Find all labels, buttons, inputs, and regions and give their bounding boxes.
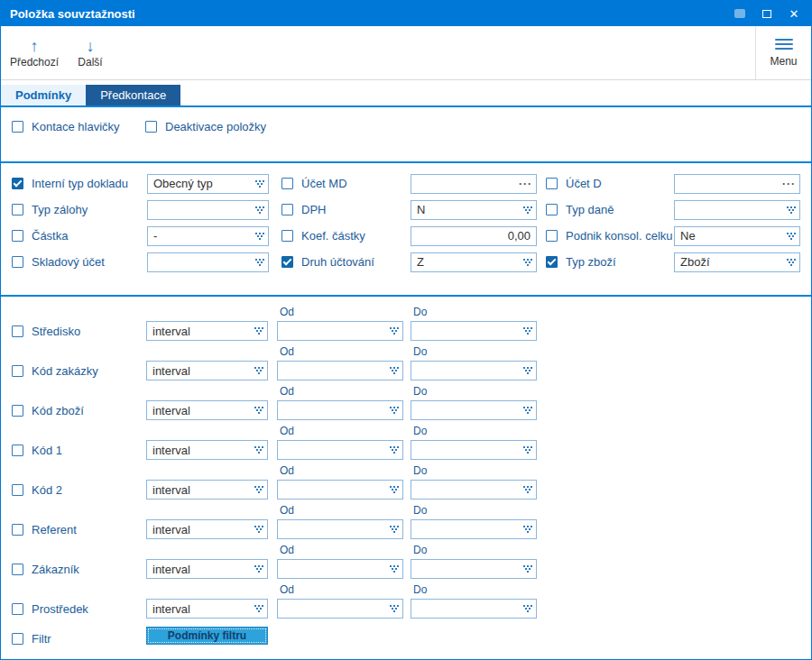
kod-1-do-combo[interactable] bbox=[411, 440, 537, 460]
range-row-kod-zbozi: Kód zboží interval Od Do bbox=[12, 381, 800, 421]
prostredek-checkbox[interactable] bbox=[12, 603, 23, 615]
combo-value: Ne bbox=[680, 229, 783, 243]
typ-dane-combo[interactable] bbox=[674, 200, 800, 220]
kod-zbozi-do-combo[interactable] bbox=[411, 400, 537, 420]
podnik-konsol-celku-combo[interactable]: Ne bbox=[674, 226, 800, 246]
prostredek-od-combo[interactable] bbox=[277, 599, 403, 619]
stredisko-interval-combo[interactable]: interval bbox=[146, 321, 268, 341]
kod-2-interval-combo[interactable]: interval bbox=[146, 480, 268, 500]
deaktivace-polozky-checkbox[interactable] bbox=[145, 121, 157, 133]
arrow-up-icon: ↑ bbox=[31, 38, 39, 54]
prostredek-interval-combo[interactable]: interval bbox=[146, 599, 268, 619]
ellipsis-icon[interactable]: ··· bbox=[782, 178, 796, 190]
ucet-md-checkbox[interactable] bbox=[281, 178, 293, 189]
kod-zakazky-od-combo[interactable] bbox=[277, 361, 403, 380]
dropdown-icon bbox=[523, 605, 532, 612]
stredisko-do-combo[interactable] bbox=[411, 321, 537, 341]
interni-typ-dokladu-checkbox[interactable] bbox=[12, 178, 23, 189]
kod-2-do-combo[interactable] bbox=[411, 480, 537, 500]
kod-zakazky-checkbox[interactable] bbox=[12, 365, 23, 377]
filter-conditions-button[interactable]: Podmínky filtru bbox=[146, 627, 268, 645]
combo-value: - bbox=[153, 229, 252, 243]
combo-value: interval bbox=[152, 602, 251, 616]
next-button[interactable]: ↓ Další bbox=[62, 26, 118, 79]
dropdown-icon bbox=[390, 605, 399, 612]
podnik-konsol-celku-checkbox[interactable] bbox=[546, 230, 558, 242]
field-row-4: Skladový účet Druh účtování Z Typ zboží bbox=[12, 249, 800, 275]
kod-zakazky-do-combo[interactable] bbox=[411, 361, 537, 380]
field-cell-dph: DPH N bbox=[281, 200, 546, 220]
zakaznik-interval-combo[interactable]: interval bbox=[146, 559, 268, 579]
zakaznik-od-combo[interactable] bbox=[277, 559, 403, 579]
kod-2-label: Kód 2 bbox=[32, 483, 62, 497]
dph-checkbox[interactable] bbox=[281, 204, 293, 215]
zakaznik-do-combo[interactable] bbox=[411, 559, 537, 579]
maximize-icon[interactable] bbox=[753, 2, 780, 25]
kod-1-interval-combo[interactable]: interval bbox=[146, 440, 268, 460]
ucet-d-checkbox[interactable] bbox=[546, 178, 558, 189]
dph-combo[interactable]: N bbox=[411, 200, 537, 220]
dropdown-icon bbox=[523, 486, 532, 493]
referent-checkbox[interactable] bbox=[12, 524, 23, 536]
referent-interval-combo[interactable]: interval bbox=[146, 519, 268, 539]
tab-podminky[interactable]: Podmínky bbox=[1, 85, 86, 105]
od-label: Od bbox=[280, 345, 294, 358]
prostredek-label: Prostředek bbox=[32, 602, 88, 616]
skladovy-ucet-combo[interactable] bbox=[147, 252, 269, 272]
kontace-hlavicky-label: Kontace hlavičky bbox=[32, 120, 120, 133]
kod-1-checkbox[interactable] bbox=[12, 445, 23, 456]
field-cell-ucet-md: Účet MD ··· bbox=[281, 174, 546, 194]
skladovy-ucet-checkbox[interactable] bbox=[12, 256, 23, 268]
typ-zalohy-checkbox[interactable] bbox=[12, 204, 23, 215]
do-label: Do bbox=[413, 425, 427, 437]
range-left: Zákazník bbox=[12, 563, 79, 576]
referent-do-combo[interactable] bbox=[411, 519, 537, 539]
kod-zbozi-od-combo[interactable] bbox=[277, 400, 403, 420]
koef-castky-checkbox[interactable] bbox=[281, 230, 293, 242]
typ-zalohy-combo[interactable] bbox=[147, 200, 269, 220]
dropdown-icon bbox=[254, 526, 263, 533]
druh-uctovani-checkbox[interactable] bbox=[281, 256, 293, 268]
dropdown-icon bbox=[254, 565, 263, 573]
kod-2-od-combo[interactable] bbox=[277, 480, 403, 500]
kontace-hlavicky-checkbox[interactable] bbox=[12, 121, 23, 133]
prostredek-do-combo[interactable] bbox=[411, 599, 537, 619]
koef-castky-input[interactable]: 0,00 bbox=[411, 226, 537, 246]
menu-button[interactable]: Menu bbox=[755, 26, 811, 79]
zakaznik-checkbox[interactable] bbox=[12, 564, 23, 575]
dropdown-icon bbox=[523, 367, 532, 374]
close-icon[interactable]: ✕ bbox=[780, 2, 807, 25]
dropdown-icon bbox=[390, 407, 399, 414]
interni-typ-dokladu-combo[interactable]: Obecný typ bbox=[147, 174, 269, 194]
stredisko-checkbox[interactable] bbox=[12, 325, 23, 337]
dropdown-icon bbox=[787, 206, 796, 214]
ellipsis-icon[interactable]: ··· bbox=[519, 178, 532, 190]
referent-od-combo[interactable] bbox=[277, 519, 403, 539]
kod-1-od-combo[interactable] bbox=[277, 440, 403, 460]
typ-dane-checkbox[interactable] bbox=[546, 204, 558, 215]
dropdown-icon bbox=[254, 446, 263, 454]
kod-zbozi-checkbox[interactable] bbox=[12, 405, 23, 417]
do-label: Do bbox=[413, 464, 427, 477]
ucet-d-picker[interactable]: ··· bbox=[674, 174, 800, 194]
combo-value: interval bbox=[152, 563, 251, 576]
ucet-md-picker[interactable]: ··· bbox=[411, 174, 537, 194]
referent-label: Referent bbox=[32, 523, 77, 536]
stredisko-od-combo[interactable] bbox=[277, 321, 403, 341]
combo-value: interval bbox=[152, 444, 251, 457]
castka-checkbox[interactable] bbox=[12, 230, 23, 242]
previous-button[interactable]: ↑ Předchozí bbox=[6, 26, 62, 79]
kod-zakazky-interval-combo[interactable]: interval bbox=[146, 361, 268, 380]
castka-combo[interactable]: - bbox=[147, 226, 269, 246]
restore-icon[interactable] bbox=[726, 2, 753, 25]
filtr-checkbox[interactable] bbox=[12, 633, 23, 645]
typ-zbozi-combo[interactable]: Zboží bbox=[674, 252, 800, 272]
tab-predkontace[interactable]: Předkontace bbox=[86, 85, 180, 105]
dropdown-icon bbox=[787, 233, 796, 240]
typ-zbozi-checkbox[interactable] bbox=[546, 256, 558, 268]
kod-zbozi-interval-combo[interactable]: interval bbox=[146, 400, 268, 420]
druh-uctovani-combo[interactable]: Z bbox=[411, 252, 537, 272]
field-row-3: Částka - Koef. částky 0,00 Podnik konsol… bbox=[12, 223, 800, 249]
kod-2-checkbox[interactable] bbox=[12, 484, 23, 496]
number-value: 0,00 bbox=[417, 229, 532, 243]
